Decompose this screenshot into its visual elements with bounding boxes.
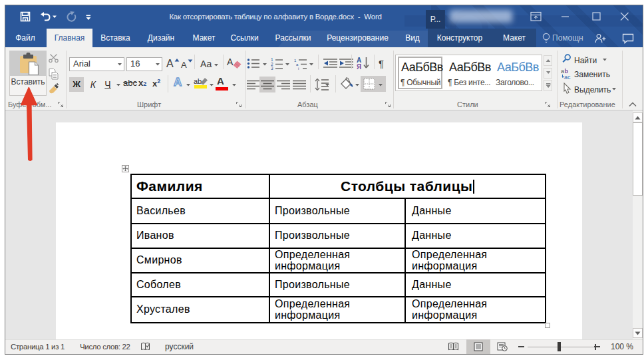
svg-text:Я: Я	[357, 63, 361, 70]
svg-text:ac: ac	[564, 74, 571, 80]
svg-text:i: i	[298, 67, 299, 70]
svg-text:3: 3	[271, 66, 273, 70]
svg-text:ab: ab	[194, 77, 202, 85]
